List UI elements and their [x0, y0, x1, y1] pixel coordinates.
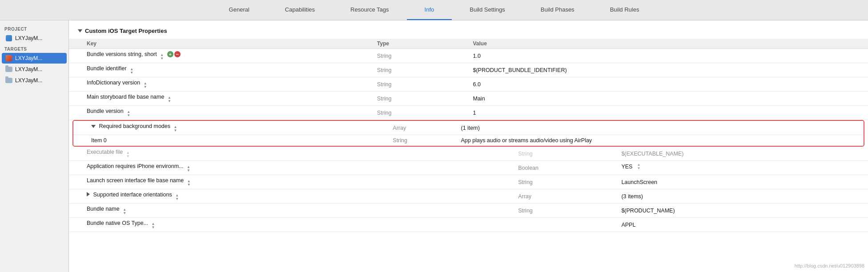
- tab-build-rules[interactable]: Build Rules: [592, 0, 657, 20]
- row-type-1: String: [373, 63, 469, 77]
- remove-icon-0[interactable]: −: [174, 51, 181, 57]
- sort-arrows-exec[interactable]: ▲▼: [126, 151, 130, 158]
- folder-icon-1: [5, 66, 12, 73]
- table-row[interactable]: Bundle name ▲▼ String $(PRODUCT_NAME): [69, 204, 868, 218]
- tab-build-phases[interactable]: Build Phases: [523, 0, 592, 20]
- table-header: Key Type Value: [69, 39, 868, 49]
- collapse-triangle[interactable]: [78, 29, 82, 32]
- row-value-0: 1.0: [468, 49, 868, 63]
- sidebar: PROJECT LXYJayM... TARGETS LXYJayM... LX…: [0, 20, 69, 272]
- main-layout: PROJECT LXYJayM... TARGETS LXYJayM... LX…: [0, 20, 868, 272]
- target-item-label-0: LXYJayM...: [15, 55, 42, 61]
- row-key-4: Bundle version ▲▼: [69, 106, 373, 120]
- targets-section-label: TARGETS: [0, 44, 68, 52]
- row-type-iphone: Boolean: [514, 161, 617, 175]
- sort-arrows-launch[interactable]: ▲▼: [187, 180, 191, 187]
- value-arrows-iphone[interactable]: ▲▼: [637, 163, 640, 170]
- row-key-exec: Executable file ▲▼: [69, 147, 514, 161]
- tab-build-settings[interactable]: Build Settings: [452, 0, 523, 20]
- row-key-2: InfoDictionary version ▲▼: [69, 77, 373, 92]
- row-value-launch: LaunchScreen: [617, 175, 868, 189]
- row-type-orient: Array: [514, 189, 617, 204]
- header-type: Type: [373, 39, 469, 49]
- tab-resource-tags[interactable]: Resource Tags: [333, 0, 406, 20]
- table-row[interactable]: Main storyboard file base name ▲▼ String…: [69, 92, 868, 106]
- item-0-value: App plays audio or streams audio/video u…: [457, 135, 864, 146]
- table-row[interactable]: Executable file ▲▼ String $(EXECUTABLE_N…: [69, 147, 868, 161]
- required-bg-modes-value: (1 item): [457, 121, 864, 135]
- row-key-1: Bundle identifier ▲▼: [69, 63, 373, 77]
- row-key-3: Main storyboard file base name ▲▼: [69, 92, 373, 106]
- sidebar-item-target-0[interactable]: LXYJayM...: [2, 53, 67, 64]
- row-key-bundlename: Bundle name ▲▼: [69, 204, 514, 218]
- required-bg-modes-row[interactable]: Required background modes ▲▼ Array (1 it…: [73, 121, 864, 135]
- table-row[interactable]: Application requires iPhone environm... …: [69, 161, 868, 175]
- project-icon: [5, 35, 12, 42]
- header-value: Value: [468, 39, 868, 49]
- table-row[interactable]: Bundle native OS Type... ▲▼ APPL: [69, 218, 868, 232]
- row-value-3: Main: [468, 92, 868, 106]
- target-item-label-1: LXYJayM...: [15, 66, 42, 72]
- sort-arrows-ostype[interactable]: ▲▼: [152, 222, 155, 229]
- sidebar-item-target-2[interactable]: LXYJayM...: [2, 75, 67, 86]
- table-row[interactable]: Bundle identifier ▲▼ String $(PRODUCT_BU…: [69, 63, 868, 77]
- row-key-ostype: Bundle native OS Type... ▲▼: [69, 218, 514, 232]
- highlighted-group-wrapper: Required background modes ▲▼ Array (1 it…: [72, 120, 864, 147]
- sort-arrows-4[interactable]: ▲▼: [127, 110, 130, 117]
- collapsed-triangle[interactable]: [87, 192, 90, 196]
- row-type-3: String: [373, 92, 469, 106]
- table-row[interactable]: Supported interface orientations ▲▼ Arra…: [69, 189, 868, 204]
- content-area: Custom iOS Target Properties Key Type Va…: [69, 20, 868, 272]
- row-key-iphone: Application requires iPhone environm... …: [69, 161, 514, 175]
- row-key-orient: Supported interface orientations ▲▼: [69, 189, 514, 204]
- row-type-exec: String: [514, 147, 617, 161]
- row-value-orient: (3 items): [617, 189, 868, 204]
- row-type-ostype: [514, 218, 617, 232]
- watermark: http://blog.csdn.net/u012903898: [795, 263, 864, 268]
- target-icon-0: [5, 55, 12, 62]
- item-0-key: Item 0: [73, 135, 388, 146]
- sort-arrows-bundlename[interactable]: ▲▼: [123, 208, 126, 215]
- sidebar-item-project[interactable]: LXYJayM...: [2, 33, 67, 44]
- table-row[interactable]: Bundle versions string, short ▲▼ + − Str…: [69, 49, 868, 63]
- required-bg-modes-type: Array: [388, 121, 456, 135]
- properties-table-after: Executable file ▲▼ String $(EXECUTABLE_N…: [69, 147, 868, 232]
- row-value-bundlename: $(PRODUCT_NAME): [617, 204, 868, 218]
- add-remove-0: + −: [167, 51, 181, 57]
- row-type-bundlename: String: [514, 204, 617, 218]
- row-key-launch: Launch screen interface file base name ▲…: [69, 175, 514, 189]
- row-value-ostype: APPL: [617, 218, 868, 232]
- sort-arrows-orient[interactable]: ▲▼: [175, 194, 179, 201]
- table-row[interactable]: Bundle version ▲▼ String 1: [69, 106, 868, 120]
- item-0-type: String: [388, 135, 456, 146]
- sort-arrows-3[interactable]: ▲▼: [168, 96, 171, 103]
- sort-arrows-0[interactable]: ▲▼: [160, 53, 164, 60]
- row-key-0: Bundle versions string, short ▲▼ + −: [69, 49, 373, 63]
- table-row[interactable]: InfoDictionary version ▲▼ String 6.0: [69, 77, 868, 92]
- tab-general[interactable]: General: [211, 0, 267, 20]
- tab-info[interactable]: Info: [407, 0, 452, 20]
- row-type-0: String: [373, 49, 469, 63]
- section-title: Custom iOS Target Properties: [85, 28, 167, 34]
- folder-icon-2: [5, 77, 12, 84]
- project-item-label: LXYJayM...: [15, 35, 42, 41]
- row-value-1: $(PRODUCT_BUNDLE_IDENTIFIER): [468, 63, 868, 77]
- required-bg-modes-key: Required background modes ▲▼: [73, 121, 388, 135]
- sidebar-item-target-1[interactable]: LXYJayM...: [2, 64, 67, 75]
- add-icon-0[interactable]: +: [167, 51, 173, 57]
- highlighted-table: Required background modes ▲▼ Array (1 it…: [73, 121, 864, 146]
- sort-arrows-2[interactable]: ▲▼: [144, 82, 147, 89]
- expand-triangle[interactable]: [91, 125, 96, 128]
- table-row[interactable]: Launch screen interface file base name ▲…: [69, 175, 868, 189]
- header-key: Key: [69, 39, 373, 49]
- target-item-label-2: LXYJayM...: [15, 77, 42, 84]
- tab-capabilities[interactable]: Capabilities: [267, 0, 333, 20]
- project-section-label: PROJECT: [0, 24, 68, 32]
- row-type-4: String: [373, 106, 469, 120]
- highlighted-group-box: Required background modes ▲▼ Array (1 it…: [72, 120, 864, 147]
- sort-arrows-1[interactable]: ▲▼: [130, 68, 133, 75]
- sort-arrows-parent[interactable]: ▲▼: [174, 125, 177, 132]
- sort-arrows-iphone[interactable]: ▲▼: [187, 165, 190, 172]
- item-0-row[interactable]: Item 0 String App plays audio or streams…: [73, 135, 864, 146]
- row-value-2: 6.0: [468, 77, 868, 92]
